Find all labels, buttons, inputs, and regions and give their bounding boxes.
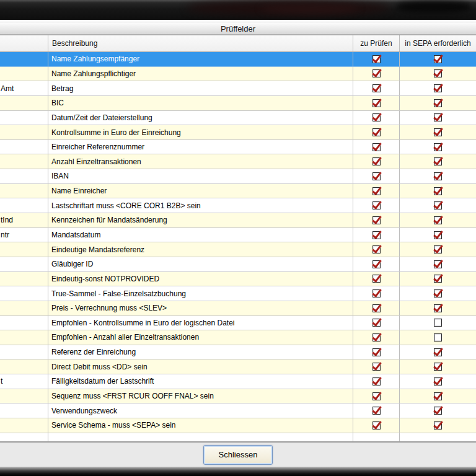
table-row[interactable]: Kontrollsumme in Euro der Einreichung [0,125,476,140]
table-row[interactable]: Verwendungszweck [0,403,476,418]
zu-pruefen-checkbox[interactable] [372,143,381,151]
zu-pruefen-checkbox[interactable] [372,231,381,239]
zu-pruefen-checkbox[interactable] [372,216,381,224]
in-sepa-checkbox[interactable] [434,333,442,342]
zu-pruefen-checkbox[interactable] [372,128,381,136]
in-sepa-checkbox[interactable] [434,128,442,136]
in-sepa-checkbox[interactable] [434,377,442,386]
schliessen-button[interactable]: Schliessen [203,445,273,465]
dialog-titlebar[interactable]: Prüffelder [0,23,476,35]
table-row[interactable]: Name Zahlungspflichtiger [0,67,476,82]
table-row[interactable]: Preis - Verrechnung muss <SLEV> [0,301,476,316]
in-sepa-checkbox[interactable] [434,84,442,92]
in-sepa-checkbox[interactable] [434,245,442,253]
in-sepa-checkbox[interactable] [434,55,442,63]
zu-pruefen-checkbox[interactable] [372,289,381,298]
table-row[interactable]: IBAN [0,169,476,184]
field-cell [0,345,48,359]
table-row[interactable]: Sequenz muss <FRST RCUR OOFF FNAL> sein [0,389,476,404]
in-sepa-checkbox[interactable] [434,113,442,121]
zu-pruefen-checkbox[interactable] [372,275,381,283]
in-sepa-checkbox[interactable] [434,157,442,165]
zu-pruefen-checkbox[interactable] [372,187,381,195]
in-sepa-checkbox[interactable] [434,275,442,283]
table-row[interactable]: Datum/Zeit der Dateierstellung [0,111,476,126]
table-row[interactable]: t Fälligkeitsdatum der Lastschrift [0,374,476,389]
in-sepa-checkbox[interactable] [434,99,442,107]
table-row[interactable]: Referenz der Einreichung [0,345,476,360]
in-sepa-checkbox[interactable] [434,407,442,415]
zu-pruefen-checkbox[interactable] [372,172,381,180]
zu-pruefen-checkbox[interactable] [372,55,381,63]
table-row[interactable]: Empfohlen - Anzahl aller Einzeltransakti… [0,330,476,345]
in-sepa-cell [400,184,476,198]
zu-pruefen-checkbox[interactable] [372,319,381,327]
table-row[interactable]: Anzahl Einzeltransaktionen [0,154,476,169]
zu-pruefen-checkbox[interactable] [372,407,381,415]
zu-pruefen-checkbox[interactable] [372,260,381,268]
description-cell: Kontrollsumme in Euro der Einreichung [48,125,353,139]
table-row[interactable]: ntr Mandatsdatum [0,228,476,243]
in-sepa-checkbox[interactable] [434,69,442,77]
column-header-in-sepa-erforderlich[interactable]: in SEPA erforderlich [400,35,476,51]
table-row[interactable]: Amt Betrag [0,81,476,96]
description-cell: Gläubiger ID [48,257,353,271]
table-row[interactable]: Gläubiger ID [0,257,476,272]
table-row[interactable]: Direct Debit muss <DD> sein [0,359,476,374]
zu-pruefen-checkbox[interactable] [372,157,381,165]
zu-pruefen-checkbox[interactable] [372,304,381,312]
in-sepa-cell [400,67,476,81]
in-sepa-checkbox[interactable] [434,304,442,312]
zu-pruefen-checkbox[interactable] [372,421,381,430]
in-sepa-checkbox[interactable] [434,172,442,180]
zu-pruefen-checkbox[interactable] [372,245,381,253]
description-cell: Kennzeichen für Mandatsänderung [48,213,353,227]
in-sepa-checkbox[interactable] [434,201,442,209]
zu-pruefen-cell [353,389,400,403]
table-row[interactable]: Name Einreicher [0,184,476,199]
table-row[interactable]: Eindeutige Mandatsreferenz [0,242,476,257]
zu-pruefen-checkbox[interactable] [372,201,381,209]
zu-pruefen-cell [353,301,400,315]
table-row[interactable]: BIC [0,96,476,111]
field-cell [0,140,48,154]
table-row[interactable]: True-Sammel - False-Einzelsatzbuchung [0,286,476,301]
in-sepa-checkbox[interactable] [434,143,442,151]
in-sepa-checkbox[interactable] [434,289,442,298]
field-cell [0,154,48,169]
table-row[interactable]: Service Schema - muss <SEPA> sein [0,418,476,433]
in-sepa-checkbox[interactable] [434,260,442,268]
in-sepa-checkbox[interactable] [434,363,442,371]
zu-pruefen-checkbox[interactable] [372,99,381,107]
zu-pruefen-checkbox[interactable] [372,392,381,400]
in-sepa-cell [400,257,476,271]
in-sepa-checkbox[interactable] [434,348,442,356]
table-row[interactable]: Einreicher Referenznummer [0,140,476,155]
column-header-field[interactable] [0,35,48,51]
table-row[interactable]: Lastschriftart muss <CORE COR1 B2B> sein [0,198,476,213]
screen: Prüffelder Beschreibung zu Prüfen in SEP… [0,0,476,476]
in-sepa-checkbox[interactable] [434,421,442,430]
zu-pruefen-checkbox[interactable] [372,84,381,92]
column-header-zu-pruefen[interactable]: zu Prüfen [353,35,400,51]
in-sepa-checkbox[interactable] [434,231,442,239]
in-sepa-checkbox[interactable] [434,319,442,327]
in-sepa-cell [400,228,476,242]
zu-pruefen-checkbox[interactable] [372,363,381,371]
zu-pruefen-checkbox[interactable] [372,113,381,121]
zu-pruefen-checkbox[interactable] [372,69,381,77]
table-row[interactable]: Empfohlen - Kontrollsumme in Euro der lo… [0,316,476,331]
in-sepa-checkbox[interactable] [434,187,442,195]
column-header-beschreibung[interactable]: Beschreibung [48,35,353,51]
zu-pruefen-checkbox[interactable] [372,333,381,342]
zu-pruefen-checkbox[interactable] [372,348,381,356]
description-cell: Verwendungszweck [48,403,353,418]
table-row[interactable]: Eindeutig-sonst NOTPROVIDED [0,272,476,287]
zu-pruefen-cell [353,111,400,125]
in-sepa-checkbox[interactable] [434,216,442,224]
zu-pruefen-cell [353,140,400,154]
in-sepa-checkbox[interactable] [434,392,442,400]
table-row[interactable]: Name Zahlungsempfänger [0,52,476,67]
table-row[interactable]: tInd Kennzeichen für Mandatsänderung [0,213,476,228]
zu-pruefen-checkbox[interactable] [372,377,381,386]
